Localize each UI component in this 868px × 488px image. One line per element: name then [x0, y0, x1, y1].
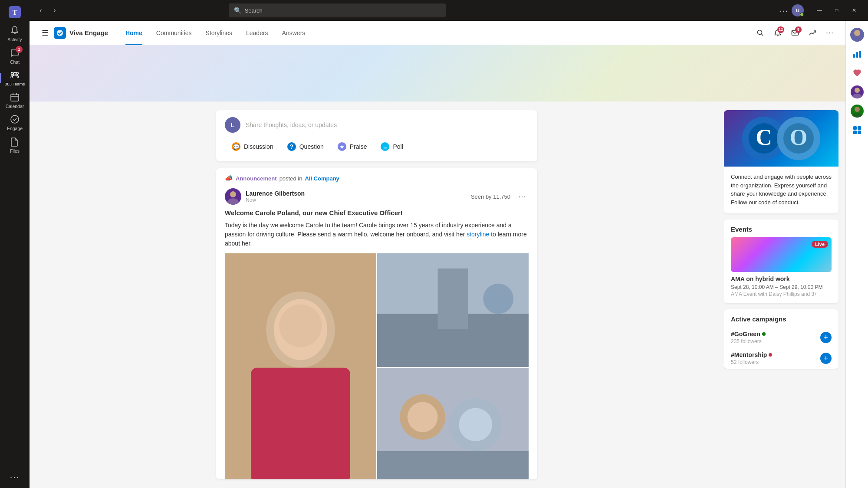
engage-nav-leaders[interactable]: Leaders	[239, 21, 275, 45]
window-controls: — □ ✕	[811, 3, 863, 17]
engage-more-button[interactable]: ···	[823, 26, 837, 40]
post-image-grid	[225, 253, 529, 479]
storyline-link[interactable]: storyline	[467, 231, 489, 238]
chat-icon: 1	[10, 48, 20, 58]
post-more-button[interactable]: ⋯	[516, 191, 529, 202]
svg-rect-45	[858, 131, 861, 134]
sidebar-more[interactable]: ···	[0, 469, 30, 485]
titlebar-actions: ··· U	[778, 4, 804, 16]
praise-button[interactable]: ★ Praise	[331, 139, 374, 154]
chat-label: Chat	[10, 59, 20, 65]
forward-button[interactable]: ›	[49, 4, 61, 16]
campaign-gogreen-add-button[interactable]: +	[820, 332, 832, 343]
campaign-gogreen: #GoGreen 235 followers +	[724, 327, 838, 348]
more-icon: ···	[10, 472, 20, 482]
far-right-person2-button[interactable]	[848, 102, 866, 120]
far-right-chart-button[interactable]	[848, 45, 866, 62]
svg-point-6	[11, 115, 19, 123]
engage-nav-communities[interactable]: Communities	[149, 21, 199, 45]
far-right-grid-button[interactable]	[848, 121, 866, 139]
close-button[interactable]: ✕	[845, 3, 863, 17]
svg-rect-19	[438, 269, 468, 329]
post-image-2[interactable]	[377, 253, 529, 367]
far-right-avatar-button[interactable]	[848, 26, 866, 43]
svg-rect-5	[11, 94, 19, 101]
discussion-button[interactable]: 💬 Discussion	[225, 139, 280, 154]
sidebar-item-files[interactable]: Files	[0, 134, 30, 157]
campaign-mentorship-left: #Mentorship 52 followers	[731, 351, 772, 365]
campaign-mentorship-add-button[interactable]: +	[820, 353, 832, 364]
engage-messages-button[interactable]: 5	[788, 26, 802, 40]
far-right-person1-button[interactable]	[848, 83, 866, 101]
seen-by: Seen by 11,750	[471, 193, 510, 200]
sidebar-item-chat[interactable]: 1 Chat	[0, 45, 30, 68]
posted-in-label: posted in	[279, 175, 302, 182]
teams-logo-nav[interactable]: T	[0, 3, 30, 21]
back-button[interactable]: ‹	[35, 4, 47, 16]
sidebar-item-calendar[interactable]: Calendar	[0, 89, 30, 112]
engage-menu-button[interactable]: ☰	[38, 26, 52, 39]
campaign-gogreen-name[interactable]: #GoGreen	[731, 331, 766, 337]
notifications-badge: 12	[777, 26, 784, 33]
question-button[interactable]: ? Question	[280, 139, 331, 154]
campaign-gogreen-followers: 235 followers	[731, 338, 766, 344]
engage-notifications-button[interactable]: 12	[771, 26, 785, 40]
announcement-icon: 📣	[225, 174, 233, 182]
post-header: 📣 Announcement posted in All Company	[216, 168, 537, 187]
sidebar-item-engage[interactable]: Engage	[0, 111, 30, 134]
search-bar[interactable]: 🔍 Search	[229, 3, 446, 17]
engage-analytics-button[interactable]	[806, 26, 819, 40]
post-image-1[interactable]	[225, 253, 376, 479]
praise-icon: ★	[338, 142, 346, 151]
user-avatar[interactable]: U	[792, 4, 804, 16]
sidebar-item-activity[interactable]: Activity	[0, 23, 30, 45]
maximize-button[interactable]: □	[828, 3, 845, 17]
titlebar-more-button[interactable]: ···	[778, 4, 790, 16]
engage-nav-storylines[interactable]: Storylines	[199, 21, 239, 45]
svg-text:O: O	[790, 125, 807, 150]
campaign-mentorship-name[interactable]: #Mentorship	[731, 351, 772, 358]
feed-column: L Share thoughts, ideas, or updates 💬 Di…	[207, 110, 546, 479]
campaign-mentorship: #Mentorship 52 followers +	[724, 348, 838, 369]
far-right-panel	[845, 21, 868, 488]
svg-point-16	[279, 305, 322, 347]
post-image-3[interactable]	[377, 368, 529, 479]
co-card: C O Connect and engage with people acros…	[724, 110, 838, 213]
far-right-heart-button[interactable]	[848, 64, 866, 82]
user-initials: U	[796, 8, 799, 13]
main-area: ☰ Viva Engage Home Communiti	[30, 21, 868, 488]
post-author-left: Laurence Gilbertson Now	[225, 188, 305, 205]
community-link[interactable]: All Company	[305, 175, 339, 182]
poll-label: Poll	[393, 143, 403, 150]
svg-rect-43	[858, 126, 861, 130]
engage-nav-home[interactable]: Home	[118, 21, 149, 45]
search-icon: 🔍	[234, 7, 241, 14]
svg-rect-15	[251, 368, 350, 479]
svg-point-4	[11, 72, 13, 75]
event-desc: AMA Event with Daisy Phillips and 3+	[731, 291, 832, 297]
minimize-button[interactable]: —	[811, 3, 828, 17]
event-image[interactable]: Live	[731, 237, 832, 272]
svg-rect-35	[853, 54, 855, 58]
svg-rect-37	[859, 51, 861, 58]
svg-rect-44	[853, 131, 857, 134]
sidebar-item-teams[interactable]: 883 Teams	[0, 67, 30, 89]
svg-rect-42	[853, 126, 857, 130]
engage-header: ☰ Viva Engage Home Communiti	[30, 21, 845, 45]
co-logo-area: C O	[724, 110, 838, 167]
engage-search-button[interactable]	[753, 26, 767, 40]
svg-point-25	[459, 408, 492, 441]
poll-icon: ≡	[381, 142, 389, 151]
event-name[interactable]: AMA on hybrid work	[731, 275, 832, 282]
engage-panel: ☰ Viva Engage Home Communiti	[30, 21, 845, 488]
engage-icon	[10, 114, 20, 124]
composer-placeholder[interactable]: Share thoughts, ideas, or updates	[246, 121, 337, 128]
svg-point-3	[16, 72, 19, 75]
engage-nav-answers[interactable]: Answers	[275, 21, 312, 45]
svg-point-40	[855, 107, 860, 112]
svg-point-34	[852, 36, 862, 42]
composer-actions: 💬 Discussion ? Question ★ Praise	[225, 139, 529, 154]
svg-point-39	[852, 94, 862, 98]
activity-icon	[10, 25, 20, 36]
poll-button[interactable]: ≡ Poll	[374, 139, 410, 154]
